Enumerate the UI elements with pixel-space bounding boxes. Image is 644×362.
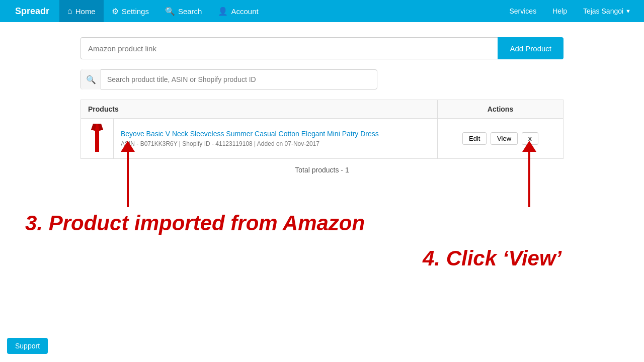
search-icon: 🔍 xyxy=(86,75,96,84)
navbar: Spreadr ⌂ Home ⚙ Settings 🔍 Search 👤 Acc… xyxy=(0,0,644,22)
search-nav-icon: 🔍 xyxy=(165,7,175,16)
home-icon: ⌂ xyxy=(67,7,72,16)
table-header: Products Actions xyxy=(81,100,564,119)
col-products: Products xyxy=(81,100,438,119)
total-products: Total products - 1 xyxy=(80,166,564,174)
main-content: Add Product 🔍 Products Actions xyxy=(0,22,644,189)
nav-account[interactable]: 👤 Account xyxy=(210,0,266,22)
nav-help[interactable]: Help xyxy=(544,0,575,22)
col-actions: Actions xyxy=(438,100,564,119)
amazon-link-input[interactable] xyxy=(80,37,498,59)
navbar-right: Services Help Tejas Sangoi ▼ xyxy=(501,0,639,22)
nav-settings[interactable]: ⚙ Settings xyxy=(104,0,157,22)
products-table: Products Actions Beyove Basic V Neck Sle… xyxy=(80,100,564,159)
edit-button[interactable]: Edit xyxy=(462,132,487,145)
view-button[interactable]: View xyxy=(491,132,518,145)
support-button[interactable]: Support xyxy=(7,338,48,354)
table-body: Beyove Basic V Neck Sleeveless Summer Ca… xyxy=(81,119,564,159)
nav-home[interactable]: ⌂ Home xyxy=(59,0,104,22)
chevron-down-icon: ▼ xyxy=(625,8,631,14)
delete-button[interactable]: x xyxy=(522,132,538,145)
navbar-brand[interactable]: Spreadr xyxy=(5,6,59,17)
nav-user[interactable]: Tejas Sangoi ▼ xyxy=(575,0,639,22)
account-icon: 👤 xyxy=(218,7,228,16)
search-icon-box[interactable]: 🔍 xyxy=(81,69,101,89)
product-actions-cell: Edit View x xyxy=(438,119,564,159)
product-info-cell: Beyove Basic V Neck Sleeveless Summer Ca… xyxy=(114,119,438,159)
product-meta: ASIN - B071KK3R6Y | Shopify ID - 4112311… xyxy=(121,140,319,147)
add-product-button[interactable]: Add Product xyxy=(498,37,564,59)
product-image xyxy=(88,124,106,152)
annotation-step3: 3. Product imported from Amazon xyxy=(25,211,365,235)
product-title-link[interactable]: Beyove Basic V Neck Sleeveless Summer Ca… xyxy=(121,130,430,138)
nav-search[interactable]: 🔍 Search xyxy=(157,0,210,22)
product-search-input[interactable] xyxy=(101,75,377,83)
nav-services[interactable]: Services xyxy=(501,0,544,22)
settings-icon: ⚙ xyxy=(112,7,119,16)
product-search-row: 🔍 xyxy=(80,69,377,89)
add-product-row: Add Product xyxy=(80,37,564,59)
annotation-step4: 4. Click ‘View’ xyxy=(423,246,561,270)
table-row: Beyove Basic V Neck Sleeveless Summer Ca… xyxy=(81,119,564,159)
product-image-cell xyxy=(81,119,114,159)
